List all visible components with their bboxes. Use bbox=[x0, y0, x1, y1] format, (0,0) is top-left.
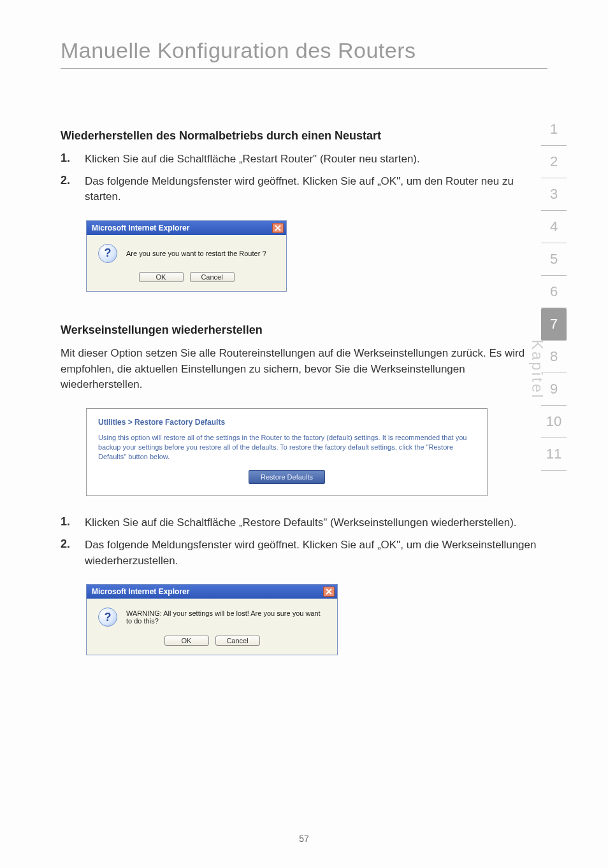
dialog-title: Microsoft Internet Explorer bbox=[92, 224, 189, 232]
dialog-titlebar: Microsoft Internet Explorer bbox=[87, 221, 286, 235]
step-number: 2. bbox=[61, 537, 85, 569]
step-number: 1. bbox=[61, 152, 85, 167]
section2-heading: Werkseinstellungen wiederherstellen bbox=[61, 324, 547, 337]
step-number: 2. bbox=[61, 174, 85, 205]
chapter-label: Kapitel bbox=[528, 339, 546, 399]
step-text: Klicken Sie auf die Schaltfläche „Restor… bbox=[85, 515, 517, 531]
ok-button[interactable]: OK bbox=[164, 636, 209, 646]
close-icon[interactable] bbox=[323, 587, 335, 597]
nav-chapter-4[interactable]: 4 bbox=[541, 211, 567, 243]
question-icon: ? bbox=[98, 608, 117, 627]
warning-dialog: Microsoft Internet Explorer ? WARNING: A… bbox=[86, 584, 338, 655]
step-text: Klicken Sie auf die Schaltfläche „Restar… bbox=[85, 152, 420, 167]
breadcrumb: Utilities > Restore Factory Defaults bbox=[98, 418, 475, 427]
nav-chapter-7[interactable]: 7 bbox=[541, 308, 567, 341]
section1-heading: Wiederherstellen des Normalbetriebs durc… bbox=[61, 129, 547, 143]
close-icon[interactable] bbox=[272, 223, 284, 233]
list-item: 2. Das folgende Meldungsfenster wird geö… bbox=[61, 174, 547, 205]
panel-description: Using this option will restore all of th… bbox=[98, 433, 475, 462]
dialog-titlebar: Microsoft Internet Explorer bbox=[87, 585, 337, 599]
dialog-message: WARNING: All your settings will be lost!… bbox=[126, 609, 326, 625]
restore-defaults-panel: Utilities > Restore Factory Defaults Usi… bbox=[86, 408, 488, 497]
nav-chapter-2[interactable]: 2 bbox=[541, 146, 567, 178]
page-number: 57 bbox=[0, 834, 608, 844]
section1-steps: 1. Klicken Sie auf die Schaltfläche „Res… bbox=[61, 152, 547, 205]
title-rule bbox=[61, 68, 547, 69]
section3-steps: 1. Klicken Sie auf die Schaltfläche „Res… bbox=[61, 515, 547, 569]
list-item: 1. Klicken Sie auf die Schaltfläche „Res… bbox=[61, 152, 547, 167]
nav-chapter-11[interactable]: 11 bbox=[541, 438, 567, 471]
chapter-nav: Kapitel 1 2 3 4 5 6 7 8 9 10 11 bbox=[541, 113, 567, 471]
nav-chapter-6[interactable]: 6 bbox=[541, 276, 567, 308]
step-number: 1. bbox=[61, 515, 85, 531]
dialog-title: Microsoft Internet Explorer bbox=[92, 587, 189, 596]
restart-dialog: Microsoft Internet Explorer ? Are you su… bbox=[86, 220, 287, 292]
ok-button[interactable]: OK bbox=[139, 272, 184, 282]
nav-chapter-10[interactable]: 10 bbox=[541, 406, 567, 438]
dialog-message: Are you sure you want to restart the Rou… bbox=[126, 250, 266, 257]
nav-chapter-3[interactable]: 3 bbox=[541, 178, 567, 211]
question-icon: ? bbox=[98, 244, 117, 263]
nav-chapter-1[interactable]: 1 bbox=[541, 113, 567, 146]
section2-intro: Mit dieser Option setzen Sie alle Router… bbox=[61, 346, 547, 393]
cancel-button[interactable]: Cancel bbox=[190, 272, 235, 282]
restore-defaults-button[interactable]: Restore Defaults bbox=[249, 470, 325, 484]
list-item: 2. Das folgende Meldungsfenster wird geö… bbox=[61, 537, 547, 569]
dialog-body: ? Are you sure you want to restart the R… bbox=[87, 235, 286, 291]
dialog-body: ? WARNING: All your settings will be los… bbox=[87, 599, 337, 655]
step-text: Das folgende Meldungsfenster wird geöffn… bbox=[85, 174, 547, 205]
cancel-button[interactable]: Cancel bbox=[215, 636, 260, 646]
page-title: Manuelle Konfiguration des Routers bbox=[61, 38, 547, 63]
step-text: Das folgende Meldungsfenster wird geöffn… bbox=[85, 537, 547, 569]
nav-chapter-5[interactable]: 5 bbox=[541, 243, 567, 276]
list-item: 1. Klicken Sie auf die Schaltfläche „Res… bbox=[61, 515, 547, 531]
